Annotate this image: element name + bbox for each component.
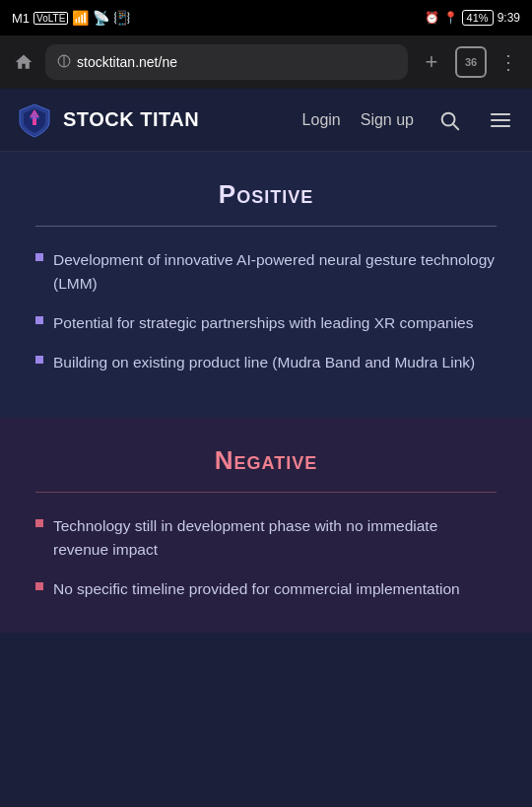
volte-badge: VoLTE [33,12,68,25]
negative-section-title: Negative [35,445,497,476]
site-nav-links: Login Sign up [302,104,516,136]
list-item-text: Building on existing product line (Mudra… [53,351,475,374]
new-tab-button[interactable]: + [416,46,447,78]
page-content: Positive Development of innovative AI-po… [0,152,532,633]
status-left: M1 VoLTE 📶 📡 📳 [12,10,130,26]
hamburger-menu-button[interactable] [485,104,516,136]
time-display: 9:39 [498,11,520,25]
positive-divider [35,226,497,227]
battery-indicator: 41% [462,10,494,26]
logo-icon [16,101,53,139]
list-item: Development of innovative AI-powered neu… [35,248,497,296]
list-item-text: Development of innovative AI-powered neu… [53,248,497,296]
bullet-icon [35,519,43,527]
alarm-icon: ⏰ [425,11,439,25]
browser-chrome: stocktitan.net/ne + 36 ⋮ [0,35,532,89]
location-icon: 📍 [443,11,458,25]
bullet-icon [35,316,43,324]
status-bar: M1 VoLTE 📶 📡 📳 ⏰ 📍 41% 9:39 [0,0,532,35]
signal-icon: 📶 [72,10,89,26]
home-button[interactable] [10,48,37,76]
address-bar[interactable]: stocktitan.net/ne [45,44,408,80]
positive-section: Positive Development of innovative AI-po… [0,152,532,406]
site-title-text: STOCK TITAN [63,108,199,131]
list-item: Potential for strategic partnerships wit… [35,311,497,335]
site-logo[interactable]: STOCK TITAN [16,101,199,139]
tabs-button[interactable]: 36 [455,46,487,78]
negative-divider [35,492,497,493]
site-navbar: STOCK TITAN Login Sign up [0,89,532,152]
list-item: No specific timeline provided for commer… [35,577,497,601]
more-options-button[interactable]: ⋮ [495,48,522,76]
carrier-label: M1 [12,11,30,26]
list-item: Building on existing product line (Mudra… [35,351,497,374]
signup-link[interactable]: Sign up [361,111,414,129]
security-icon [57,54,71,71]
url-text: stocktitan.net/ne [77,54,396,70]
extra-icon: 📳 [113,10,130,26]
wifi-icon: 📡 [93,10,109,26]
svg-line-5 [453,124,458,129]
negative-list: Technology still in development phase wi… [35,514,497,601]
list-item-text: Technology still in development phase wi… [53,514,497,562]
bullet-icon [35,582,43,590]
bullet-icon [35,253,43,261]
list-item-text: Potential for strategic partnerships wit… [53,311,473,335]
status-right: ⏰ 📍 41% 9:39 [425,10,520,26]
positive-section-title: Positive [35,179,497,210]
login-link[interactable]: Login [302,111,341,129]
list-item: Technology still in development phase wi… [35,514,497,562]
bullet-icon [35,356,43,364]
negative-section: Negative Technology still in development… [0,418,532,633]
positive-list: Development of innovative AI-powered neu… [35,248,497,374]
search-button[interactable] [433,104,465,136]
list-item-text: No specific timeline provided for commer… [53,577,460,601]
